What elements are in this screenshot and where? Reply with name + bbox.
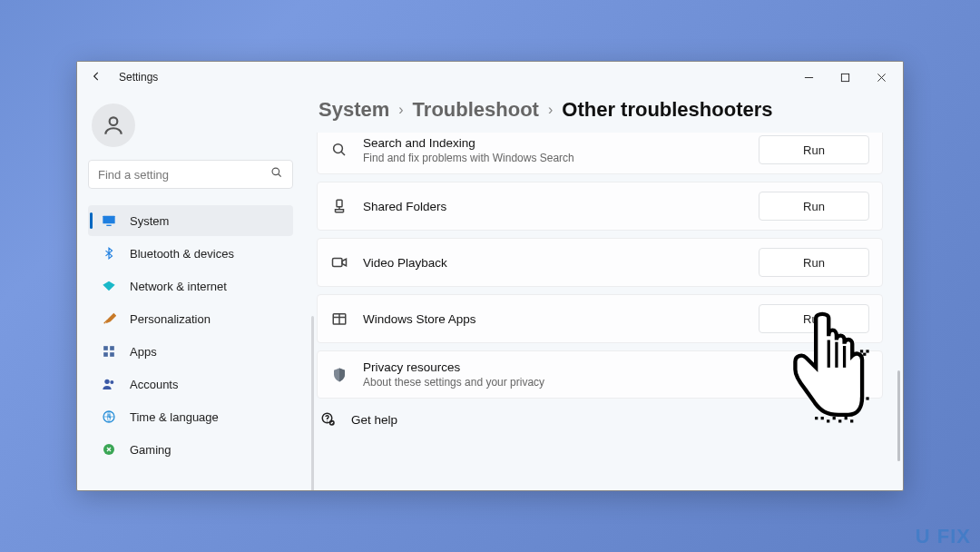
get-help-label: Get help xyxy=(351,413,397,427)
help-icon xyxy=(320,411,337,428)
sidebar-item-label: Gaming xyxy=(130,443,172,457)
breadcrumb-item[interactable]: Troubleshoot xyxy=(413,98,539,122)
sidebar-item-gaming[interactable]: Gaming xyxy=(88,434,293,465)
troubleshooter-card-search-indexing: Search and Indexing Find and fix problem… xyxy=(317,133,883,174)
svg-rect-9 xyxy=(103,346,108,350)
card-subtitle: Find and fix problems with Windows Searc… xyxy=(363,152,744,164)
breadcrumb-item[interactable]: System xyxy=(318,98,389,122)
run-button[interactable]: Run xyxy=(759,192,869,221)
troubleshooter-card-windows-store-apps: Windows Store Apps Run xyxy=(317,294,883,343)
chevron-right-icon: › xyxy=(548,102,553,118)
card-title: Windows Store Apps xyxy=(363,312,744,326)
svg-point-13 xyxy=(104,380,109,384)
shared-folder-icon xyxy=(330,197,348,215)
svg-rect-8 xyxy=(106,225,111,226)
window-controls xyxy=(790,64,899,91)
settings-window: Settings System xyxy=(76,61,904,491)
bluetooth-icon xyxy=(101,245,117,261)
sidebar: System Bluetooth & devices Network & int… xyxy=(77,93,304,490)
card-title: Search and Indexing xyxy=(363,136,744,150)
sidebar-item-accounts[interactable]: Accounts xyxy=(88,369,293,399)
search-icon xyxy=(270,166,283,182)
sidebar-nav: System Bluetooth & devices Network & int… xyxy=(88,205,293,465)
sidebar-scrollbar[interactable] xyxy=(311,316,314,491)
video-icon xyxy=(330,253,348,271)
search-box[interactable] xyxy=(88,160,293,189)
chevron-right-icon: › xyxy=(398,102,403,118)
svg-point-17 xyxy=(334,144,343,153)
brush-icon xyxy=(101,310,117,327)
svg-rect-7 xyxy=(103,216,114,224)
troubleshooter-card-video-playback: Video Playback Run xyxy=(317,238,883,287)
run-button[interactable]: Run xyxy=(759,304,869,333)
sidebar-item-label: Bluetooth & devices xyxy=(130,247,234,261)
troubleshooter-card-shared-folders: Shared Folders Run xyxy=(317,182,883,231)
gaming-icon xyxy=(101,441,117,458)
sidebar-item-system[interactable]: System xyxy=(88,205,293,236)
sidebar-item-label: Time & language xyxy=(130,410,219,424)
card-title: Shared Folders xyxy=(363,200,744,213)
card-subtitle: About these settings and your privacy xyxy=(363,376,869,389)
maximize-button[interactable] xyxy=(827,64,863,91)
search-icon xyxy=(330,141,348,159)
svg-rect-10 xyxy=(110,346,114,350)
titlebar: Settings xyxy=(77,62,903,93)
svg-line-18 xyxy=(341,152,345,155)
sidebar-item-label: System xyxy=(130,214,169,228)
accounts-icon xyxy=(101,376,117,392)
get-help-link[interactable]: Get help xyxy=(317,399,883,428)
svg-point-5 xyxy=(272,168,279,175)
close-button[interactable] xyxy=(863,64,899,91)
svg-rect-20 xyxy=(333,259,343,267)
privacy-resources-card[interactable]: Privacy resources About these settings a… xyxy=(317,350,883,399)
main-scrollbar[interactable] xyxy=(897,370,900,461)
sidebar-item-apps[interactable]: Apps xyxy=(88,336,293,367)
sidebar-item-label: Accounts xyxy=(130,378,178,391)
watermark: U FIX xyxy=(916,525,971,548)
wifi-icon xyxy=(101,278,117,294)
card-title: Privacy resources xyxy=(363,360,869,374)
run-button[interactable]: Run xyxy=(759,135,869,164)
main-panel: System › Troubleshoot › Other troublesho… xyxy=(304,93,903,490)
back-button[interactable] xyxy=(90,70,103,85)
svg-rect-19 xyxy=(337,200,342,207)
run-button[interactable]: Run xyxy=(759,248,869,277)
sidebar-item-personalization[interactable]: Personalization xyxy=(88,303,293,334)
sidebar-item-label: Personalization xyxy=(130,312,211,326)
svg-point-25 xyxy=(327,420,328,421)
avatar[interactable] xyxy=(92,104,135,147)
sidebar-item-network[interactable]: Network & internet xyxy=(88,271,293,301)
svg-line-6 xyxy=(279,174,281,177)
breadcrumb-item: Other troubleshooters xyxy=(562,98,772,122)
svg-rect-12 xyxy=(110,352,114,357)
card-title: Video Playback xyxy=(363,256,744,270)
sidebar-item-time-language[interactable]: Time & language xyxy=(88,401,293,432)
sidebar-item-bluetooth[interactable]: Bluetooth & devices xyxy=(88,238,293,269)
monitor-icon xyxy=(101,212,117,229)
store-icon xyxy=(330,310,348,328)
minimize-button[interactable] xyxy=(790,64,827,91)
app-name: Settings xyxy=(119,71,158,84)
svg-point-4 xyxy=(110,117,118,125)
apps-icon xyxy=(101,343,117,360)
svg-rect-11 xyxy=(103,352,108,357)
clock-icon xyxy=(101,409,117,425)
breadcrumb: System › Troubleshoot › Other troublesho… xyxy=(317,96,883,133)
shield-icon xyxy=(330,366,348,384)
sidebar-item-label: Network & internet xyxy=(130,280,227,293)
troubleshooter-list: Search and Indexing Find and fix problem… xyxy=(317,133,883,399)
sidebar-item-label: Apps xyxy=(130,345,157,359)
search-input[interactable] xyxy=(98,168,270,182)
svg-rect-1 xyxy=(841,74,848,81)
svg-point-14 xyxy=(110,380,113,384)
